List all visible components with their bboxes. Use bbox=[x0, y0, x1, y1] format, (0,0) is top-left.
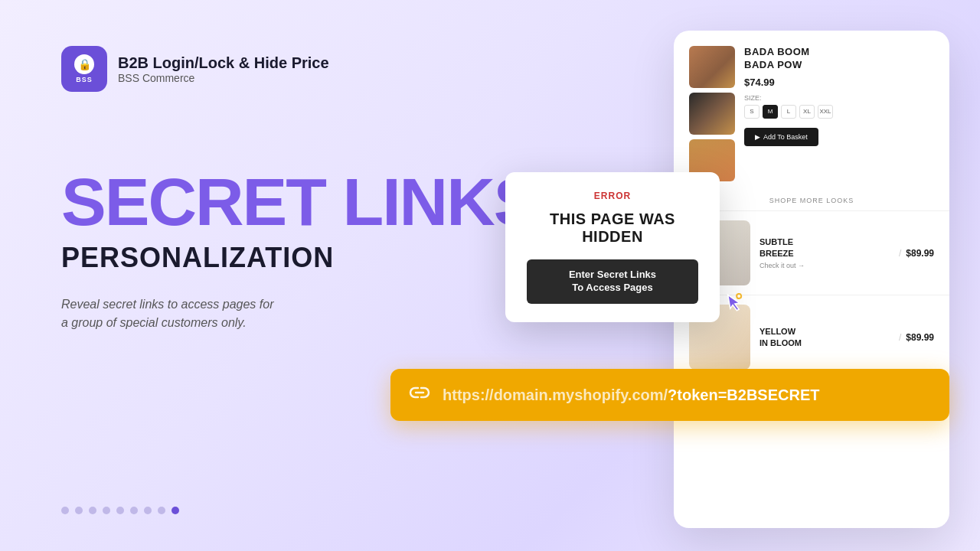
size-m[interactable]: M bbox=[763, 105, 778, 119]
hero-subtitle: PERSONALIZATION bbox=[61, 242, 537, 274]
carousel-dots bbox=[61, 507, 179, 514]
product-image-2 bbox=[689, 93, 735, 135]
product-2-name: SUBTLEBREEZE bbox=[760, 236, 890, 259]
product-top-section: BADA BOOMBADA POW $74.99 SIZE: S M L XL … bbox=[674, 31, 949, 197]
url-text: https://domain.myshopify.com/?token=B2BS… bbox=[443, 386, 819, 404]
error-modal: ERROR THIS PAGE WAS HIDDEN Enter Secret … bbox=[505, 172, 720, 322]
product-detail: BADA BOOMBADA POW $74.99 SIZE: S M L XL … bbox=[744, 46, 934, 146]
dot-8[interactable] bbox=[158, 507, 165, 514]
size-xl[interactable]: XL bbox=[799, 105, 815, 119]
size-xxl[interactable]: XXL bbox=[818, 105, 833, 119]
product-3-name: YELLOWIN BLOOM bbox=[760, 326, 890, 348]
size-options: S M L XL XXL bbox=[744, 105, 934, 119]
dot-1[interactable] bbox=[61, 507, 69, 514]
product-2-link[interactable]: Check it out → bbox=[760, 262, 890, 269]
size-s[interactable]: S bbox=[744, 105, 760, 119]
product-2-price: / $89.99 bbox=[899, 248, 934, 259]
size-l[interactable]: L bbox=[781, 105, 796, 119]
hero-title: SECRET LINKS bbox=[61, 168, 537, 236]
dot-9-active[interactable] bbox=[172, 507, 179, 514]
company-name: BSS Commerce bbox=[118, 72, 329, 84]
app-name: B2B Login/Lock & Hide Price bbox=[118, 54, 329, 72]
dot-5[interactable] bbox=[116, 507, 124, 514]
size-label: SIZE: bbox=[744, 94, 934, 102]
dot-6[interactable] bbox=[130, 507, 138, 514]
link-icon bbox=[409, 382, 430, 408]
product-image-1 bbox=[689, 46, 735, 88]
product-name: BADA BOOMBADA POW bbox=[744, 46, 934, 72]
hero-description: Reveal secret links to access pages for … bbox=[61, 295, 537, 332]
product-2-info: SUBTLEBREEZE Check it out → bbox=[760, 236, 890, 269]
cursor-icon bbox=[721, 289, 749, 321]
lock-icon bbox=[74, 54, 94, 74]
hero-section: SECRET LINKS PERSONALIZATION Reveal secr… bbox=[61, 168, 537, 332]
dot-7[interactable] bbox=[144, 507, 152, 514]
logo-box: BSS bbox=[61, 46, 107, 92]
error-label: ERROR bbox=[527, 191, 698, 201]
error-title: THIS PAGE WAS HIDDEN bbox=[527, 210, 698, 246]
product-price: $74.99 bbox=[744, 77, 934, 88]
header: BSS B2B Login/Lock & Hide Price BSS Comm… bbox=[61, 46, 329, 92]
dot-4[interactable] bbox=[103, 507, 110, 514]
dot-2[interactable] bbox=[75, 507, 83, 514]
product-3-info: YELLOWIN BLOOM bbox=[760, 326, 890, 348]
product-3-price: / $89.99 bbox=[899, 332, 934, 343]
logo-text: B2B Login/Lock & Hide Price BSS Commerce bbox=[118, 54, 329, 84]
logo-tag: BSS bbox=[76, 76, 93, 83]
add-to-basket-button[interactable]: ▶ Add To Basket bbox=[744, 128, 818, 146]
product-images bbox=[689, 46, 735, 181]
dot-3[interactable] bbox=[89, 507, 96, 514]
enter-secret-links-button[interactable]: Enter Secret Links To Access Pages bbox=[527, 259, 698, 304]
url-bar: https://domain.myshopify.com/?token=B2BS… bbox=[390, 369, 949, 421]
